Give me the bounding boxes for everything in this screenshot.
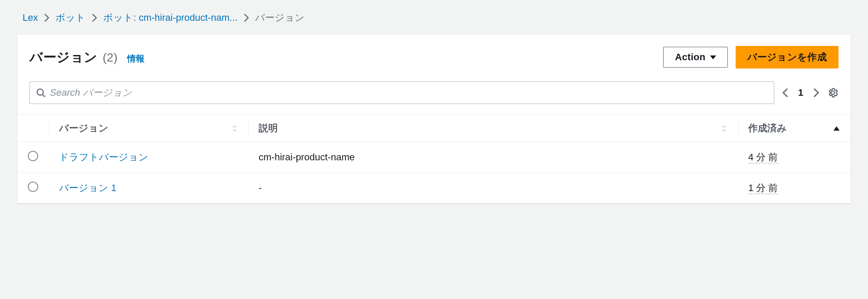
page-number: 1 <box>798 87 803 98</box>
svg-point-0 <box>37 89 43 95</box>
versions-table: バージョン 説明 <box>17 114 851 203</box>
page-title: バージョン <box>30 49 98 66</box>
col-header-created[interactable]: 作成済み <box>738 115 851 142</box>
breadcrumb-current: バージョン <box>255 11 305 24</box>
col-header-version[interactable]: バージョン <box>49 115 248 142</box>
sort-asc-icon <box>833 126 840 131</box>
table-row: ドラフトバージョン cm-hirai-product-name 4 分 前 <box>17 142 851 173</box>
created-cell: 4 分 前 <box>748 152 778 163</box>
col-header-description[interactable]: 説明 <box>248 115 738 142</box>
settings-button[interactable] <box>827 87 838 98</box>
description-cell: cm-hirai-product-name <box>248 142 738 173</box>
info-link[interactable]: 情報 <box>127 53 145 65</box>
row-radio[interactable] <box>28 151 38 161</box>
breadcrumb-link-bots[interactable]: ボット <box>56 11 85 24</box>
version-link[interactable]: ドラフトバージョン <box>59 152 148 162</box>
row-radio[interactable] <box>28 182 38 192</box>
sort-icon <box>721 125 727 132</box>
chevron-right-icon <box>44 13 49 22</box>
caret-down-icon <box>710 55 716 59</box>
search-input[interactable] <box>46 82 768 104</box>
created-cell: 1 分 前 <box>748 182 778 194</box>
breadcrumb: Lex ボット ボット: cm-hirai-product-nam... バージ… <box>17 9 851 35</box>
breadcrumb-link-lex[interactable]: Lex <box>23 12 38 23</box>
description-cell: - <box>248 173 738 204</box>
toolbar: 1 <box>17 73 851 114</box>
chevron-right-icon <box>243 13 249 22</box>
action-dropdown-button[interactable]: Action <box>663 47 727 68</box>
panel-header: バージョン (2) 情報 Action バージョンを作成 <box>17 35 851 73</box>
sort-icon <box>231 125 238 132</box>
create-version-button[interactable]: バージョンを作成 <box>736 46 838 68</box>
search-wrap <box>30 81 774 104</box>
version-count: (2) <box>103 51 118 65</box>
breadcrumb-link-bot-detail[interactable]: ボット: cm-hirai-product-nam... <box>103 11 237 24</box>
table-row: バージョン 1 - 1 分 前 <box>17 173 851 204</box>
versions-panel: バージョン (2) 情報 Action バージョンを作成 <box>17 35 851 203</box>
page-next-button[interactable] <box>813 88 819 98</box>
version-link[interactable]: バージョン 1 <box>59 182 116 193</box>
chevron-right-icon <box>92 13 97 22</box>
search-icon <box>36 88 46 98</box>
pager: 1 <box>782 87 819 98</box>
action-button-label: Action <box>675 52 705 63</box>
page-prev-button[interactable] <box>782 88 789 98</box>
